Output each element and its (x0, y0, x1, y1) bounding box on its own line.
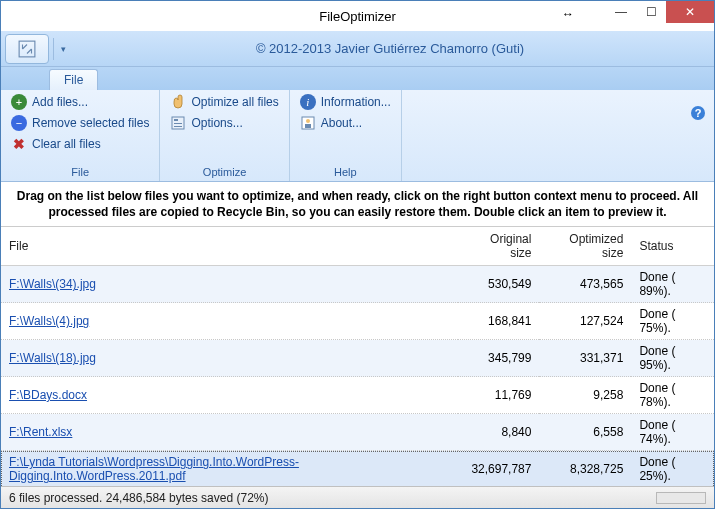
cell-status: Done ( 89%). (631, 266, 714, 303)
file-table: File Original size Optimized size Status… (1, 227, 714, 486)
info-icon: i (300, 94, 316, 110)
cell-original-size: 32,697,787 (458, 451, 539, 486)
options-label: Options... (191, 116, 242, 130)
col-file[interactable]: File (1, 227, 458, 266)
ribbon-group-optimize: Optimize all files Options... Optimize (160, 90, 289, 181)
cell-original-size: 11,769 (458, 377, 539, 414)
ribbon-group-file-label: File (7, 164, 153, 181)
options-button[interactable]: Options... (166, 113, 282, 133)
options-icon (170, 115, 186, 131)
svg-text:?: ? (695, 107, 702, 119)
svg-rect-9 (305, 124, 311, 128)
col-status[interactable]: Status (631, 227, 714, 266)
cell-original-size: 8,840 (458, 414, 539, 451)
optimize-all-label: Optimize all files (191, 95, 278, 109)
cell-optimized-size: 6,558 (539, 414, 631, 451)
about-icon (300, 115, 316, 131)
status-text: 6 files processed. 24,486,584 bytes save… (9, 491, 269, 505)
qat-separator (53, 38, 59, 60)
tab-file[interactable]: File (49, 69, 98, 90)
cell-original-size: 345,799 (458, 340, 539, 377)
maximize-button[interactable]: ☐ (636, 1, 666, 23)
svg-rect-5 (174, 123, 182, 124)
cell-optimized-size: 473,565 (539, 266, 631, 303)
table-row[interactable]: F:\Walls\(4).jpg168,841127,524Done ( 75%… (1, 303, 714, 340)
app-logo-icon (18, 40, 36, 58)
ribbon-tabstrip: File ? (1, 67, 714, 90)
file-table-container[interactable]: File Original size Optimized size Status… (1, 227, 714, 486)
clear-all-button[interactable]: ✖ Clear all files (7, 134, 153, 154)
svg-rect-4 (174, 119, 178, 121)
about-label: About... (321, 116, 362, 130)
file-link[interactable]: F:\Lynda Tutorials\Wordpress\Digging.Int… (9, 455, 299, 483)
col-original-size[interactable]: Original size (458, 227, 539, 266)
remove-selected-button[interactable]: − Remove selected files (7, 113, 153, 133)
file-link[interactable]: F:\BDays.docx (9, 388, 87, 402)
hand-icon (170, 94, 186, 110)
cell-status: Done ( 75%). (631, 303, 714, 340)
svg-point-8 (306, 119, 310, 123)
cell-optimized-size: 8,328,725 (539, 451, 631, 486)
plus-icon: + (11, 94, 27, 110)
cell-original-size: 168,841 (458, 303, 539, 340)
minus-icon: − (11, 115, 27, 131)
ribbon-group-help: i Information... About... Help (290, 90, 402, 181)
help-icon[interactable]: ? (690, 105, 706, 124)
file-link[interactable]: F:\Rent.xlsx (9, 425, 72, 439)
table-row[interactable]: F:\BDays.docx11,7699,258Done ( 78%). (1, 377, 714, 414)
copyright-text: © 2012-2013 Javier Gutiérrez Chamorro (G… (66, 41, 714, 56)
table-row[interactable]: F:\Rent.xlsx8,8406,558Done ( 74%). (1, 414, 714, 451)
about-button[interactable]: About... (296, 113, 395, 133)
ribbon-group-help-label: Help (296, 164, 395, 181)
optimize-all-button[interactable]: Optimize all files (166, 92, 282, 112)
cell-status: Done ( 95%). (631, 340, 714, 377)
minimize-button[interactable]: — (606, 1, 636, 23)
window-controls: — ☐ ✕ (606, 1, 714, 23)
instruction-text: Drag on the list below files you want to… (1, 182, 714, 227)
file-link[interactable]: F:\Walls\(4).jpg (9, 314, 89, 328)
add-files-label: Add files... (32, 95, 88, 109)
table-row[interactable]: F:\Walls\(34).jpg530,549473,565Done ( 89… (1, 266, 714, 303)
information-button[interactable]: i Information... (296, 92, 395, 112)
file-link[interactable]: F:\Walls\(34).jpg (9, 277, 96, 291)
ribbon-body: + Add files... − Remove selected files ✖… (1, 90, 714, 182)
cell-original-size: 530,549 (458, 266, 539, 303)
clear-all-label: Clear all files (32, 137, 101, 151)
app-menu-button[interactable] (5, 34, 49, 64)
cell-optimized-size: 331,371 (539, 340, 631, 377)
titlebar: ↔ FileOptimizer — ☐ ✕ (1, 1, 714, 31)
svg-rect-0 (19, 41, 35, 57)
add-files-button[interactable]: + Add files... (7, 92, 153, 112)
remove-selected-label: Remove selected files (32, 116, 149, 130)
cell-optimized-size: 9,258 (539, 377, 631, 414)
ribbon-group-file: + Add files... − Remove selected files ✖… (1, 90, 160, 181)
resize-icon: ↔ (562, 7, 574, 21)
statusbar: 6 files processed. 24,486,584 bytes save… (1, 486, 714, 508)
svg-rect-6 (174, 126, 182, 127)
x-icon: ✖ (11, 136, 27, 152)
table-row[interactable]: F:\Lynda Tutorials\Wordpress\Digging.Int… (1, 451, 714, 486)
ribbon-group-optimize-label: Optimize (166, 164, 282, 181)
cell-status: Done ( 25%). (631, 451, 714, 486)
quick-access-toolbar: ▾ © 2012-2013 Javier Gutiérrez Chamorro … (1, 31, 714, 67)
table-row[interactable]: F:\Walls\(18).jpg345,799331,371Done ( 95… (1, 340, 714, 377)
file-link[interactable]: F:\Walls\(18).jpg (9, 351, 96, 365)
information-label: Information... (321, 95, 391, 109)
cell-optimized-size: 127,524 (539, 303, 631, 340)
cell-status: Done ( 78%). (631, 377, 714, 414)
close-button[interactable]: ✕ (666, 1, 714, 23)
progress-bar (656, 492, 706, 504)
col-optimized-size[interactable]: Optimized size (539, 227, 631, 266)
cell-status: Done ( 74%). (631, 414, 714, 451)
